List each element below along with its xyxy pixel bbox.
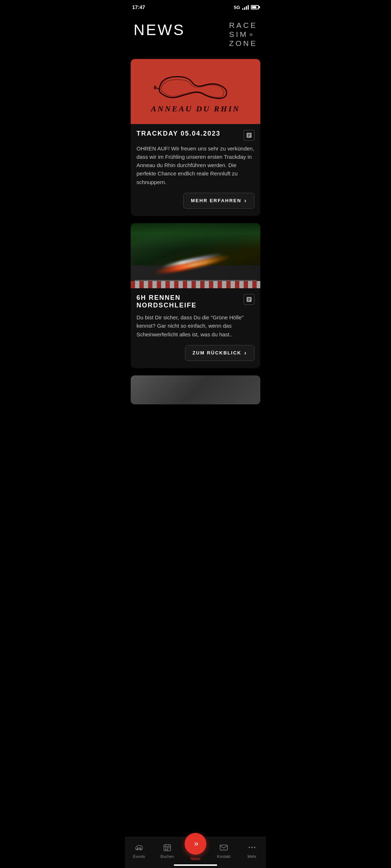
status-bar: 17:47 5G bbox=[125, 0, 266, 12]
svg-line-0 bbox=[156, 88, 159, 89]
news-card-2: 6H RENNEN NORDSCHLEIFE Du bist Dir siche… bbox=[131, 223, 260, 368]
nav-label-news: News bbox=[190, 856, 201, 861]
status-indicators: 5G bbox=[234, 5, 259, 10]
svg-rect-9 bbox=[167, 847, 168, 848]
nav-item-buchen[interactable]: Buchen bbox=[156, 842, 178, 859]
svg-rect-13 bbox=[220, 845, 227, 850]
mehr-erfahren-button[interactable]: MEHR ERFAHREN › bbox=[183, 193, 255, 209]
news-card-3: » bbox=[131, 375, 260, 404]
bottom-nav: Events Buchen » News bbox=[125, 837, 266, 868]
card-description-1: OHREN AUF! Wir freuen uns sehr zu verkün… bbox=[136, 144, 255, 186]
logo-line1: RACE bbox=[229, 21, 257, 30]
app-logo: RACE SIM » ZONE bbox=[229, 21, 257, 48]
news-doc-icon-1 bbox=[244, 130, 255, 141]
news-center-button[interactable]: » bbox=[185, 833, 206, 855]
card-image-dark bbox=[131, 223, 260, 288]
nav-item-events[interactable]: Events bbox=[128, 842, 150, 859]
news-card-1: ANNEAU DU RHIN TRACKDAY 05.04.2023 OHREN… bbox=[131, 59, 260, 216]
nav-label-kontakt: Kontakt bbox=[217, 854, 230, 859]
card-image-gray: » bbox=[131, 375, 260, 404]
nav-item-kontakt[interactable]: Kontakt bbox=[213, 842, 235, 859]
news-doc-icon-2 bbox=[244, 294, 255, 305]
track-label: ANNEAU DU RHIN bbox=[151, 104, 240, 114]
svg-point-14 bbox=[249, 847, 250, 848]
svg-rect-12 bbox=[169, 847, 170, 848]
svg-rect-10 bbox=[165, 849, 166, 850]
page-title: NEWS bbox=[134, 22, 185, 38]
nav-label-buchen: Buchen bbox=[160, 854, 174, 859]
page-header: NEWS RACE SIM » ZONE bbox=[125, 12, 266, 59]
nav-item-mehr[interactable]: Mehr bbox=[241, 842, 263, 859]
logo-line2: SIM bbox=[229, 30, 248, 39]
svg-point-15 bbox=[251, 847, 253, 848]
mail-icon bbox=[219, 842, 229, 852]
card-title-2: 6H RENNEN NORDSCHLEIFE bbox=[136, 294, 241, 310]
nav-label-mehr: Mehr bbox=[247, 854, 256, 859]
zum-rueckblick-button[interactable]: ZUM RÜCKBLICK › bbox=[185, 345, 255, 361]
button-chevron: › bbox=[244, 197, 247, 204]
svg-rect-1 bbox=[154, 86, 156, 89]
svg-point-3 bbox=[140, 849, 142, 850]
svg-point-2 bbox=[137, 849, 138, 850]
signal-icon bbox=[242, 5, 249, 10]
track-svg bbox=[148, 69, 243, 102]
logo-arrows: » bbox=[249, 31, 252, 38]
card-image-red: ANNEAU DU RHIN bbox=[131, 59, 260, 124]
news-feed: ANNEAU DU RHIN TRACKDAY 05.04.2023 OHREN… bbox=[125, 59, 266, 441]
svg-point-16 bbox=[254, 847, 256, 848]
card-body-2: 6H RENNEN NORDSCHLEIFE Du bist Dir siche… bbox=[131, 288, 260, 368]
battery-icon bbox=[251, 5, 259, 9]
time-display: 17:47 bbox=[132, 4, 145, 10]
home-indicator bbox=[174, 864, 217, 866]
svg-rect-11 bbox=[167, 849, 168, 850]
car-icon bbox=[134, 842, 144, 852]
calendar-icon bbox=[162, 842, 172, 852]
network-label: 5G bbox=[234, 5, 240, 10]
more-icon bbox=[247, 842, 257, 852]
button-chevron-2: › bbox=[244, 350, 247, 356]
logo-line3: ZONE bbox=[229, 39, 257, 48]
card-title-1: TRACKDAY 05.04.2023 bbox=[136, 130, 241, 138]
nav-item-news[interactable]: » News bbox=[185, 840, 206, 861]
card-description-2: Du bist Dir sicher, dass Du die "Grüne H… bbox=[136, 313, 255, 339]
svg-rect-8 bbox=[165, 847, 166, 848]
nav-label-events: Events bbox=[133, 854, 145, 859]
card-body-1: TRACKDAY 05.04.2023 OHREN AUF! Wir freue… bbox=[131, 124, 260, 216]
